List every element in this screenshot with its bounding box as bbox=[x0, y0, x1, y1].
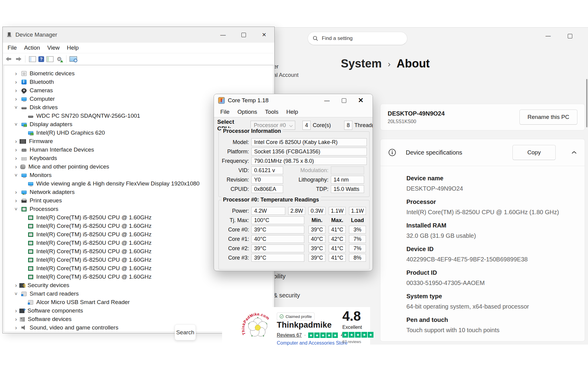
maximize-button[interactable] bbox=[233, 27, 254, 43]
core-temperature-row: Core #0: 39°C 39°C 41°C 3% bbox=[219, 226, 369, 234]
scrollbar-thumb[interactable] bbox=[586, 79, 587, 127]
expander-icon[interactable] bbox=[13, 205, 19, 214]
forward-button[interactable] bbox=[14, 55, 22, 63]
expander-icon[interactable] bbox=[13, 95, 19, 103]
tree-item-label: Computer bbox=[30, 96, 55, 102]
chevron-up-icon[interactable] bbox=[571, 151, 577, 154]
expander-icon[interactable] bbox=[13, 120, 19, 129]
close-button[interactable]: ✕ bbox=[352, 94, 369, 107]
expander-icon[interactable] bbox=[13, 162, 19, 171]
rename-pc-button[interactable]: Rename this PC bbox=[519, 110, 577, 125]
help-icon[interactable]: ? bbox=[38, 56, 44, 62]
expander-icon[interactable] bbox=[13, 196, 19, 205]
tree-item-label: Human Interface Devices bbox=[30, 146, 94, 153]
expander-icon[interactable] bbox=[13, 171, 19, 180]
minimize-button[interactable]: — bbox=[213, 27, 233, 43]
expander-icon[interactable] bbox=[13, 323, 19, 332]
maximize-button[interactable] bbox=[563, 30, 577, 42]
search-button[interactable]: Search bbox=[175, 324, 196, 340]
toolbar-separator bbox=[25, 55, 25, 63]
maximize-button[interactable] bbox=[335, 94, 352, 107]
device-category-icon bbox=[21, 292, 27, 296]
star-icon bbox=[342, 332, 348, 338]
tree-item[interactable]: Alcor Micro USB Smart Card Reader bbox=[4, 298, 273, 306]
expander-icon[interactable] bbox=[13, 103, 19, 112]
show-console-tree-icon[interactable] bbox=[29, 56, 36, 62]
device-name: DESKTOP-49N9O24 bbox=[388, 110, 445, 117]
category-link[interactable]: Computer and Accessories Store bbox=[277, 340, 347, 346]
desktop: Find a setting — ✕ System › About er al … bbox=[0, 0, 588, 370]
thread-count-box: 8 bbox=[344, 121, 352, 130]
device-specifications-header[interactable]: Device specifications Copy bbox=[380, 139, 585, 166]
tree-item[interactable]: Biometric devices bbox=[4, 69, 273, 78]
tjmax-label: Tj. Max: bbox=[219, 217, 249, 224]
expander-icon[interactable] bbox=[13, 281, 19, 290]
search-input[interactable]: Find a setting bbox=[308, 32, 407, 45]
core-temp-menubar: File Options Tools Help bbox=[214, 107, 373, 117]
maximize-icon bbox=[568, 34, 572, 38]
scan-computer-icon[interactable] bbox=[69, 56, 77, 62]
close-button[interactable]: ✕ bbox=[254, 27, 274, 43]
core-max-value: 41°C bbox=[329, 244, 346, 252]
menu-item[interactable]: Help bbox=[282, 109, 302, 115]
device-category-icon bbox=[21, 88, 27, 93]
menu-item[interactable]: Action bbox=[21, 44, 44, 51]
power-label: Power: bbox=[219, 208, 249, 214]
tree-item[interactable]: Smart card readers bbox=[4, 290, 273, 298]
menu-item[interactable]: File bbox=[4, 44, 21, 51]
device-category-icon bbox=[21, 107, 27, 109]
tdp-value: 15.0 Watts bbox=[331, 185, 364, 193]
tree-item[interactable]: Intel(R) Core(TM) i5-8250U CPU @ 1.60GHz bbox=[4, 273, 273, 281]
scan-hardware-changes-icon[interactable]: ⚙ bbox=[55, 55, 63, 63]
core-label: Core #0: bbox=[219, 227, 249, 233]
reviews-link[interactable]: Reviews 67 bbox=[277, 332, 302, 338]
expander-icon[interactable] bbox=[13, 69, 19, 78]
expander-icon[interactable] bbox=[13, 137, 19, 146]
menu-item[interactable]: Tools bbox=[261, 109, 282, 115]
frequency-value: 790.01MHz (98.75 x 8.0) bbox=[251, 157, 367, 165]
menu-item[interactable]: File bbox=[216, 109, 234, 115]
claimed-check-icon bbox=[279, 314, 284, 319]
copy-button[interactable]: Copy bbox=[512, 145, 556, 160]
expander-icon[interactable] bbox=[13, 86, 19, 95]
sidebar-fragment-accessibility[interactable]: bility bbox=[273, 273, 286, 280]
expander-icon[interactable] bbox=[13, 146, 19, 154]
cpuid-label: CPUID: bbox=[219, 186, 249, 192]
core-temp-titlebar[interactable]: Core Temp 1.18 — ✕ bbox=[214, 94, 373, 107]
rating-summary: 4.8 Excellent 67 reviews bbox=[342, 307, 374, 344]
max-column-header: Max. bbox=[329, 217, 346, 224]
tree-item[interactable]: Bluetooth bbox=[4, 78, 273, 86]
device-category-icon bbox=[28, 241, 33, 245]
menu-item[interactable]: Options bbox=[234, 109, 261, 115]
core-min-value: 40°C bbox=[309, 235, 325, 243]
expander-icon[interactable] bbox=[13, 78, 19, 86]
menu-item[interactable]: Help bbox=[63, 44, 82, 51]
core-temperature-rows: Core #0: 39°C 39°C 41°C 3% Core #1: 40°C… bbox=[219, 226, 369, 262]
minimize-button[interactable]: — bbox=[318, 94, 335, 107]
properties-icon[interactable] bbox=[47, 56, 53, 62]
tree-item-label: Firmware bbox=[29, 138, 53, 145]
expander-icon[interactable] bbox=[13, 290, 19, 298]
tree-item-label: Display adapters bbox=[30, 121, 73, 128]
expander-icon[interactable] bbox=[13, 306, 19, 315]
device-manager-titlebar[interactable]: Device Manager — ✕ bbox=[3, 27, 274, 43]
specs-card-title: Device specifications bbox=[406, 149, 462, 156]
expander-icon[interactable] bbox=[13, 188, 19, 196]
core-load-value: 8% bbox=[349, 254, 366, 262]
expander-icon[interactable] bbox=[13, 154, 19, 162]
device-category-icon bbox=[21, 149, 27, 152]
reviews-row: Reviews 67 · 4.8 bbox=[277, 332, 347, 338]
back-button[interactable] bbox=[5, 55, 13, 63]
modulation-label: Modulation: bbox=[283, 167, 328, 174]
menu-item[interactable]: View bbox=[44, 44, 63, 51]
sidebar-fragment-privacy-security[interactable]: & security bbox=[273, 292, 300, 299]
minimize-button[interactable]: — bbox=[541, 30, 555, 42]
tree-item[interactable]: Security devices bbox=[4, 281, 273, 290]
tree-item[interactable]: Cameras bbox=[4, 86, 273, 95]
tree-item-label: Intel(R) Core(TM) i5-8250U CPU @ 1.60GHz bbox=[36, 223, 151, 229]
expander-icon[interactable] bbox=[13, 315, 19, 323]
device-name-card: DESKTOP-49N9O24 20L5S1KS00 Rename this P… bbox=[380, 104, 585, 130]
device-manager-menubar: File Action View Help bbox=[3, 43, 274, 53]
breadcrumb-system[interactable]: System bbox=[341, 57, 382, 70]
lithography-value: 14 nm bbox=[331, 176, 364, 184]
